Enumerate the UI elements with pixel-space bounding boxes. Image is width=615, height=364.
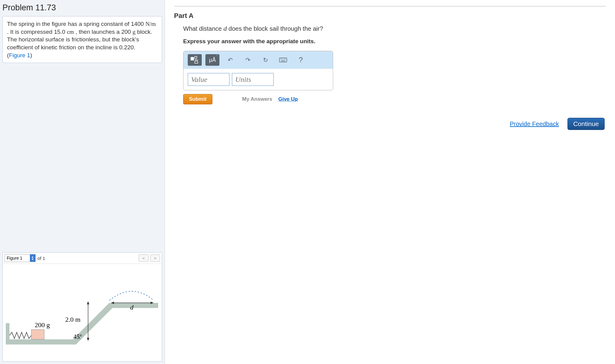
svg-rect-17	[285, 59, 286, 59]
problem-text: The spring in the figure has a spring co…	[7, 21, 145, 27]
figure-d-label: d	[130, 303, 134, 311]
divider	[174, 6, 606, 6]
svg-rect-18	[281, 61, 285, 61]
svg-rect-13	[280, 59, 281, 59]
continue-button[interactable]: Continue	[567, 118, 605, 130]
svg-rect-12	[279, 58, 287, 62]
figure-select-input[interactable]	[5, 256, 30, 261]
my-answers-label[interactable]: My Answers	[242, 96, 272, 102]
svg-marker-4	[87, 338, 89, 341]
svg-rect-0	[6, 323, 9, 345]
problem-text: , then launches a 200	[74, 29, 133, 35]
unit-g: g	[133, 29, 136, 35]
submit-button[interactable]: Submit	[183, 94, 212, 104]
answer-toolbar: μÅ ° ↶ ↷ ↻ ?	[183, 51, 333, 69]
instruction-text: Express your answer with the appropriate…	[183, 38, 606, 45]
reset-button[interactable]: ↻	[258, 54, 272, 66]
units-input[interactable]	[232, 73, 274, 86]
figure-prev-button[interactable]: <	[139, 254, 148, 262]
figure-diagram: 200 g 2.0 m 45° d	[3, 264, 162, 361]
figure-stepper[interactable]: ▲▼	[30, 254, 35, 262]
svg-rect-14	[282, 59, 282, 59]
question-text: What distance d does the block sail thro…	[183, 25, 606, 33]
give-up-link[interactable]: Give Up	[278, 96, 298, 102]
figure-mass-label: 200 g	[35, 321, 50, 329]
figure-panel: ▲▼ of 1 < >	[2, 252, 162, 362]
question-var: d	[223, 25, 227, 32]
svg-marker-3	[87, 301, 89, 304]
figure-height-label: 2.0 m	[65, 316, 80, 323]
template-button[interactable]	[188, 54, 202, 66]
svg-rect-10	[195, 60, 198, 60]
help-button[interactable]: ?	[294, 54, 308, 66]
svg-rect-9	[195, 56, 197, 58]
provide-feedback-link[interactable]: Provide Feedback	[510, 121, 559, 128]
unit-nm: N/m	[145, 21, 156, 27]
problem-text: . It is compressed 15.0	[7, 29, 67, 35]
problem-statement: The spring in the figure has a spring co…	[2, 16, 162, 63]
figure-link[interactable]: Figure 1	[9, 52, 30, 58]
svg-rect-8	[191, 57, 194, 60]
units-button[interactable]: μÅ °	[205, 54, 219, 66]
svg-rect-1	[31, 330, 44, 339]
answer-area: μÅ ° ↶ ↷ ↻ ?	[183, 51, 333, 90]
question-pre: What distance	[183, 25, 223, 32]
figure-angle-label: 45°	[73, 333, 82, 340]
figure-count: of 1	[37, 256, 45, 261]
svg-rect-11	[195, 61, 198, 63]
undo-button[interactable]: ↶	[223, 54, 237, 66]
units-button-label: μÅ	[209, 57, 216, 63]
figure-next-button[interactable]: >	[150, 254, 160, 262]
problem-title: Problem 11.73	[0, 0, 165, 16]
question-post: does the block sail through the air?	[227, 25, 323, 32]
unit-cm: cm	[67, 29, 74, 35]
figure-header: ▲▼ of 1 < >	[3, 253, 162, 264]
figure-select[interactable]: ▲▼	[5, 254, 36, 262]
redo-button[interactable]: ↷	[241, 54, 255, 66]
svg-rect-16	[284, 59, 285, 59]
svg-rect-15	[283, 59, 283, 59]
value-input[interactable]	[188, 73, 229, 86]
keyboard-button[interactable]	[276, 54, 290, 66]
part-label: Part A	[174, 12, 606, 20]
